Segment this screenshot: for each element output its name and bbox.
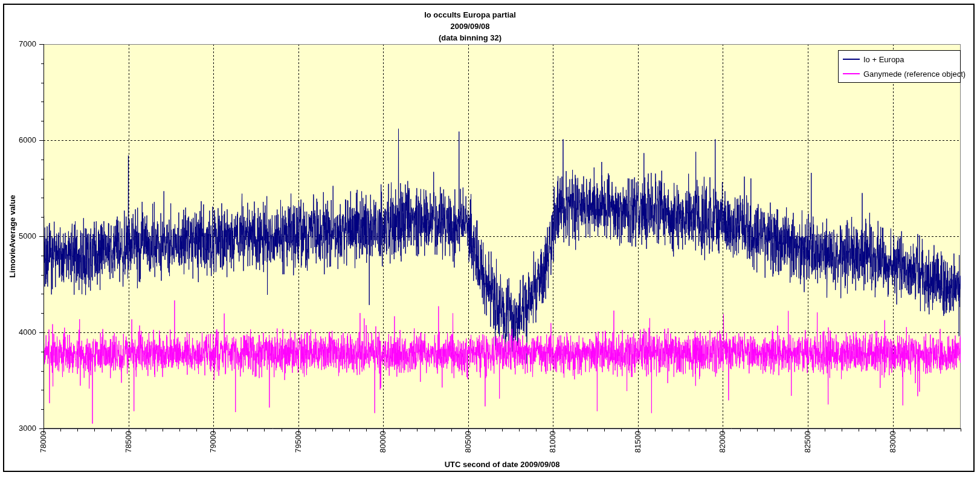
legend-label-io-europa: Io + Europa xyxy=(863,55,904,64)
legend-label-ganymede: Ganymede (reference object) xyxy=(863,69,965,79)
y-tick-label: 3000 xyxy=(0,424,36,433)
x-tick-label: 81000 xyxy=(548,431,558,456)
y-tick-label: 5000 xyxy=(0,231,36,241)
legend-entry-io-europa: Io + Europa xyxy=(843,55,960,64)
chart-title-line-1: Io occults Europa partial xyxy=(0,9,940,21)
x-tick-label: 79000 xyxy=(208,431,218,456)
y-tick-label: 4000 xyxy=(0,328,36,337)
x-axis-title: UTC second of date 2009/09/08 xyxy=(321,460,683,469)
chart-stage: Io occults Europa partial 2009/09/08 (da… xyxy=(0,0,980,478)
legend-line-sample-ganymede xyxy=(843,73,860,74)
legend-line-sample-io-europa xyxy=(843,59,860,60)
legend: Io + Europa Ganymede (reference object) xyxy=(838,50,961,83)
chart-title-line-3: (data binning 32) xyxy=(0,32,940,44)
x-tick-label: 81500 xyxy=(633,431,643,456)
x-tick-label: 82000 xyxy=(718,431,727,456)
x-tick-label: 82500 xyxy=(803,431,813,456)
chart-title: Io occults Europa partial 2009/09/08 (da… xyxy=(0,9,940,44)
x-tick-label: 79500 xyxy=(294,431,303,456)
x-tick-label: 78000 xyxy=(39,431,48,456)
y-tick-label: 6000 xyxy=(0,135,36,145)
chart-title-line-2: 2009/09/08 xyxy=(0,21,940,32)
y-tick-label: 7000 xyxy=(0,39,36,49)
legend-entry-ganymede: Ganymede (reference object) xyxy=(843,69,960,79)
x-tick-label: 80000 xyxy=(378,431,388,456)
x-tick-label: 80500 xyxy=(463,431,473,456)
plot-canvas xyxy=(0,0,980,478)
x-tick-label: 78500 xyxy=(124,431,134,456)
x-tick-label: 83000 xyxy=(888,431,898,456)
